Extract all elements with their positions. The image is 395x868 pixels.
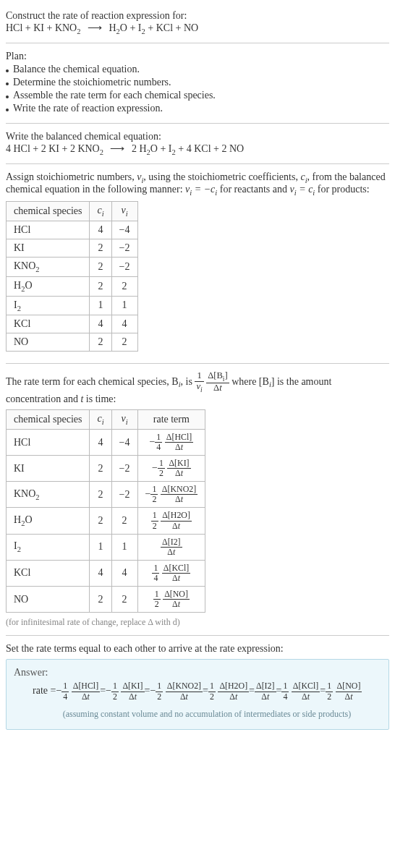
- cell-nu: −4: [111, 221, 137, 239]
- rate-intro: The rate term for each chemical species,…: [6, 371, 389, 393]
- cell-species: KNO2: [7, 257, 90, 276]
- cell-c: 2: [90, 276, 111, 296]
- eq-right-mid1: O + I: [120, 22, 142, 33]
- text: concentration and: [6, 393, 80, 404]
- plan-section: Plan: Balance the chemical equation. Det…: [6, 46, 389, 120]
- bal-right-mid2: + 4 KCl + 2 NO: [176, 143, 244, 154]
- text: is time:: [83, 393, 116, 404]
- cell-species: H2O: [7, 508, 90, 534]
- eq-right-pre: H: [109, 22, 116, 33]
- equals: =: [249, 681, 255, 701]
- rate-term: 12 Δ[NO]Δt: [326, 681, 362, 701]
- cell-c: 4: [90, 221, 111, 239]
- arrow-icon: ⟶: [110, 142, 124, 155]
- text: for reactants: [217, 184, 270, 195]
- rel-reactants: νi = −ci: [185, 184, 217, 195]
- cell-species: I2: [7, 534, 90, 560]
- cell-species: KI: [7, 456, 90, 482]
- rate-term-table: chemical species ci νi rate term HCl4−4−…: [6, 409, 205, 613]
- cell-species: NO: [7, 333, 90, 352]
- cell-species: I2: [7, 296, 90, 315]
- cell-c: 2: [90, 333, 111, 352]
- cell-species: KCl: [7, 315, 90, 333]
- balanced-section: Write the balanced chemical equation: 4 …: [6, 127, 389, 161]
- den: νi: [195, 382, 203, 393]
- cell-c: 4: [90, 429, 111, 455]
- cell-c: 1: [90, 296, 111, 315]
- bal-right-mid1: O + I: [150, 143, 172, 154]
- table-row: HCl4−4−14 Δ[HCl]Δt: [7, 429, 205, 455]
- bal-right-pre: 2 H: [132, 143, 147, 154]
- table-row: KI2−2−12 Δ[KI]Δt: [7, 456, 205, 482]
- cell-rate-term: 14 Δ[KCl]Δt: [137, 560, 205, 586]
- post: ]: [224, 370, 227, 380]
- col-c: ci: [90, 202, 111, 221]
- cell-rate-term: 12 Δ[H2O]Δt: [137, 508, 205, 534]
- cell-c: 2: [90, 508, 111, 534]
- text: , from: [307, 171, 332, 182]
- rate-term: 14 Δ[KCl]Δt: [281, 681, 320, 701]
- plan-item-text: Determine the stoichiometric numbers.: [13, 77, 171, 88]
- table-header-row: chemical species ci νi rate term: [7, 410, 205, 430]
- eq: = −: [192, 184, 211, 195]
- rate-term: −12 Δ[KNO2]Δt: [150, 681, 203, 701]
- cell-species: H2O: [7, 276, 90, 296]
- cell-nu: −2: [111, 482, 137, 508]
- c-sub: i: [102, 210, 104, 218]
- nu-sub: i: [200, 386, 203, 393]
- text: and: [273, 184, 290, 195]
- answer-box: Answer: rate = −14 Δ[HCl]Δt = −12 Δ[KI]Δ…: [6, 659, 389, 730]
- rate-term: −14 Δ[HCl]Δt: [56, 681, 100, 701]
- eq-left-sub: 2: [77, 27, 80, 35]
- text: The rate term for each chemical species,…: [6, 376, 179, 387]
- num: Δ[Bi]: [206, 371, 229, 383]
- cell-species: KNO2: [7, 482, 90, 508]
- divider: [6, 363, 389, 364]
- balanced-equation: 4 HCl + 2 KI + 2 KNO2 ⟶ 2 H2O + I2 + 4 K…: [6, 142, 389, 156]
- rate-label: rate =: [33, 681, 56, 701]
- plan-item-text: Write the rate of reaction expression.: [13, 103, 163, 114]
- divider: [6, 163, 389, 164]
- rate-term: Δ[I2]Δt: [255, 681, 276, 701]
- cell-c: 2: [90, 587, 111, 613]
- table-row: H2O22: [7, 276, 138, 296]
- cell-c: 2: [90, 482, 111, 508]
- delta: Δ: [213, 383, 219, 393]
- table-row: I211: [7, 296, 138, 315]
- cell-c: 1: [90, 534, 111, 560]
- cell-species: HCl: [7, 221, 90, 239]
- plan-title: Plan:: [6, 51, 389, 62]
- cell-nu: 2: [111, 276, 137, 296]
- table-row: KI2−2: [7, 239, 138, 257]
- cell-species: KCl: [7, 560, 90, 586]
- table-row: HCl4−4: [7, 221, 138, 239]
- equals: =: [276, 681, 282, 701]
- text: ] is the amount: [271, 376, 332, 387]
- rate-expression: rate = −14 Δ[HCl]Δt = −12 Δ[KI]Δt = −12 …: [33, 681, 381, 701]
- table-header-row: chemical species ci νi: [7, 202, 138, 221]
- plan-item: Determine the stoichiometric numbers.: [6, 77, 389, 88]
- balanced-title: Write the balanced chemical equation:: [6, 131, 389, 142]
- stoich-table: chemical species ci νi HCl4−4KI2−2KNO22−…: [6, 201, 138, 352]
- plan-item: Balance the chemical equation.: [6, 64, 389, 75]
- eq-left: HCl + KI + KNO: [6, 22, 77, 33]
- plan-item: Write the rate of reaction expression.: [6, 103, 389, 114]
- text: , is: [181, 376, 195, 387]
- nu-i: νi: [137, 171, 143, 182]
- text: Assign stoichiometric numbers,: [6, 171, 137, 182]
- cell-nu: 2: [111, 508, 137, 534]
- col-species: chemical species: [7, 410, 90, 430]
- cell-nu: 1: [111, 534, 137, 560]
- c-i: ci: [300, 171, 307, 182]
- dbi-dt: Δ[Bi]Δt: [206, 371, 229, 393]
- equals: =: [203, 681, 208, 701]
- cell-rate-term: −12 Δ[KNO2]Δt: [137, 482, 205, 508]
- bal-left: 4 HCl + 2 KI + 2 KNO: [6, 143, 100, 154]
- cell-nu: 2: [111, 587, 137, 613]
- col-nu: νi: [111, 410, 137, 430]
- cell-nu: 4: [111, 315, 137, 333]
- text: , using the stoichiometric coefficients,: [143, 171, 300, 182]
- equals: =: [320, 681, 326, 701]
- bal-left-sub: 2: [100, 148, 103, 156]
- eq-right-mid2: + KCl + NO: [145, 22, 198, 33]
